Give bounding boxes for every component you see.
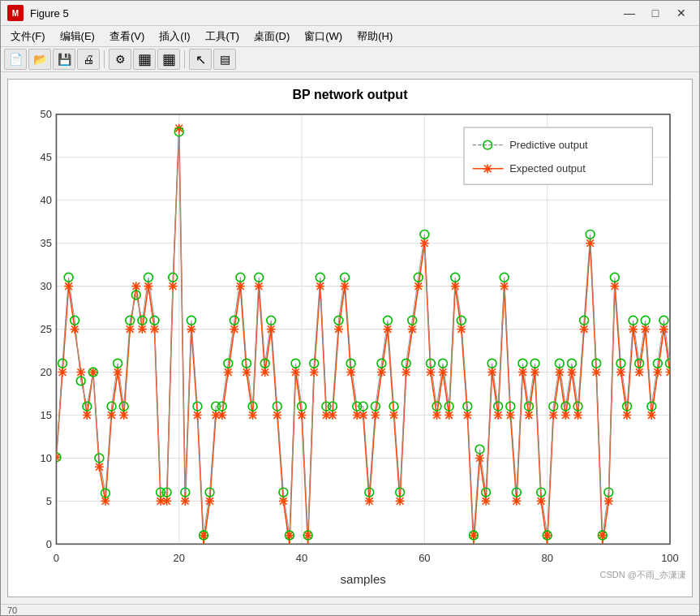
toolbar-separator-2 bbox=[184, 50, 185, 68]
svg-text:60: 60 bbox=[419, 552, 430, 564]
menu-window[interactable]: 窗口(W) bbox=[298, 28, 349, 45]
toolbar-open[interactable]: 📂 bbox=[28, 49, 51, 70]
svg-text:25: 25 bbox=[41, 323, 52, 335]
svg-text:40: 40 bbox=[41, 194, 52, 206]
menu-tools[interactable]: 工具(T) bbox=[199, 28, 247, 45]
title-bar-left: M Figure 5 bbox=[7, 5, 69, 21]
toolbar-grid2[interactable]: ▦ bbox=[157, 49, 180, 70]
title-bar: M Figure 5 — □ ✕ bbox=[1, 1, 699, 26]
close-button[interactable]: ✕ bbox=[670, 4, 693, 22]
svg-text:20: 20 bbox=[174, 552, 185, 564]
svg-text:20: 20 bbox=[41, 366, 52, 378]
svg-text:30: 30 bbox=[41, 280, 52, 292]
svg-text:0: 0 bbox=[54, 552, 59, 564]
window-title: Figure 5 bbox=[30, 7, 69, 19]
toolbar-select[interactable]: ↖ bbox=[189, 49, 212, 70]
x-axis-label: samples bbox=[341, 572, 387, 586]
svg-text:15: 15 bbox=[41, 409, 52, 421]
status-bar: 70 bbox=[1, 604, 699, 615]
matlab-figure-window: M Figure 5 — □ ✕ 文件(F) 编辑(E) 查看(V) 插入(I)… bbox=[0, 0, 700, 616]
menu-insert[interactable]: 插入(I) bbox=[152, 28, 196, 45]
svg-rect-541 bbox=[464, 127, 652, 184]
svg-text:Expected output: Expected output bbox=[509, 162, 586, 174]
plot-container: BP network output bbox=[7, 79, 693, 597]
menu-help[interactable]: 帮助(H) bbox=[350, 28, 399, 45]
svg-text:80: 80 bbox=[541, 552, 552, 564]
main-content: BP network output bbox=[1, 72, 699, 604]
chart-svg: 0 5 10 15 20 25 30 35 40 45 50 0 bbox=[8, 106, 692, 597]
svg-text:40: 40 bbox=[296, 552, 307, 564]
window-controls: — □ ✕ bbox=[618, 4, 693, 22]
menu-file[interactable]: 文件(F) bbox=[4, 28, 52, 45]
svg-text:Predictive output: Predictive output bbox=[509, 139, 588, 151]
status-text: 70 bbox=[7, 605, 17, 615]
toolbar-settings[interactable]: ⚙ bbox=[109, 49, 131, 70]
svg-text:10: 10 bbox=[41, 452, 52, 464]
chart-title: BP network output bbox=[293, 88, 408, 102]
minimize-button[interactable]: — bbox=[618, 4, 641, 22]
toolbar-save[interactable]: 💾 bbox=[53, 49, 75, 70]
menu-desktop[interactable]: 桌面(D) bbox=[247, 28, 296, 45]
toolbar-grid1[interactable]: ▦ bbox=[133, 49, 156, 70]
menu-edit[interactable]: 编辑(E) bbox=[54, 28, 101, 45]
svg-text:50: 50 bbox=[41, 108, 52, 120]
toolbar-panel[interactable]: ▤ bbox=[213, 49, 236, 70]
toolbar-new[interactable]: 📄 bbox=[4, 49, 27, 70]
svg-text:5: 5 bbox=[46, 495, 52, 507]
matlab-icon: M bbox=[7, 5, 24, 21]
toolbar-separator-1 bbox=[104, 50, 105, 68]
maximize-button[interactable]: □ bbox=[644, 4, 667, 22]
toolbar: 📄 📂 💾 🖨 ⚙ ▦ ▦ ↖ ▤ bbox=[1, 47, 699, 72]
watermark: CSDN @不雨_亦潇潇 bbox=[599, 569, 686, 581]
svg-text:45: 45 bbox=[41, 151, 52, 163]
plot-inner[interactable]: 0 5 10 15 20 25 30 35 40 45 50 0 bbox=[8, 106, 692, 597]
toolbar-print[interactable]: 🖨 bbox=[77, 49, 100, 70]
menu-bar: 文件(F) 编辑(E) 查看(V) 插入(I) 工具(T) 桌面(D) 窗口(W… bbox=[1, 26, 699, 47]
svg-text:0: 0 bbox=[46, 538, 52, 550]
svg-text:35: 35 bbox=[41, 237, 52, 249]
svg-text:100: 100 bbox=[661, 552, 679, 564]
menu-view[interactable]: 查看(V) bbox=[103, 28, 151, 45]
